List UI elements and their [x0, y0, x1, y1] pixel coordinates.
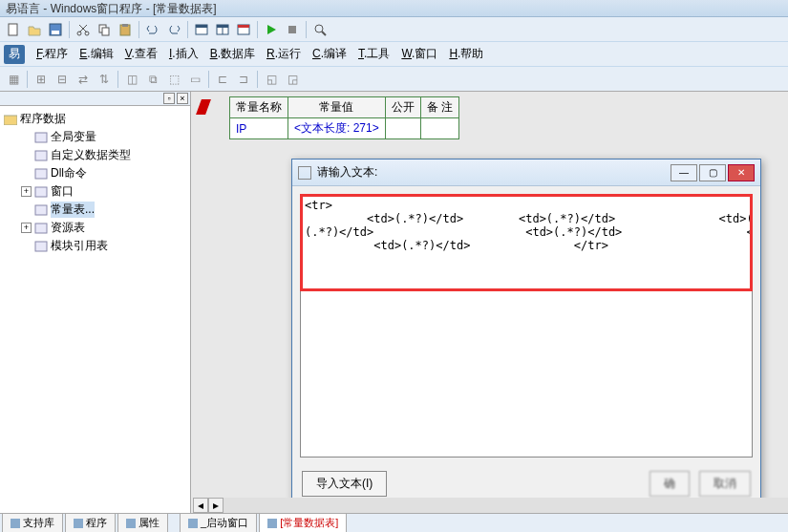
run-icon[interactable]: [262, 20, 281, 39]
dialog-maximize-button[interactable]: ▢: [699, 164, 726, 181]
tool-icon[interactable]: ⧉: [143, 70, 162, 89]
menu-item[interactable]: H.帮助: [443, 43, 489, 65]
tab-icon: [126, 519, 136, 528]
const-value-cell[interactable]: <文本长度: 271>: [288, 118, 386, 139]
menu-item[interactable]: F.程序: [31, 43, 74, 65]
new-file-icon[interactable]: [4, 20, 23, 39]
svg-rect-28: [74, 519, 83, 528]
tool-icon[interactable]: ⬚: [164, 70, 183, 89]
menu-item[interactable]: W.窗口: [395, 43, 443, 65]
tree-node-label: 常量表...: [51, 202, 95, 218]
cancel-button[interactable]: 取消: [699, 471, 751, 497]
find-icon[interactable]: [310, 20, 330, 39]
window1-icon[interactable]: [192, 20, 211, 39]
svg-rect-2: [52, 31, 59, 34]
tool-icon[interactable]: ⇅: [95, 70, 114, 89]
tool-icon[interactable]: ◱: [262, 70, 281, 89]
expand-icon[interactable]: +: [21, 223, 32, 233]
tool-icon[interactable]: ◲: [283, 70, 302, 89]
menu-item[interactable]: B.数据库: [204, 43, 261, 65]
svg-rect-19: [4, 116, 17, 125]
tab-icon: [267, 519, 277, 528]
toolbar-main: [0, 17, 788, 42]
tree-node[interactable]: 全局变量: [4, 128, 186, 146]
dialog-minimize-button[interactable]: —: [671, 164, 697, 181]
stop-icon[interactable]: [283, 20, 302, 39]
toolbar-secondary: ▦ ⊞ ⊟ ⇄ ⇅ ◫ ⧉ ⬚ ▭ ⊏ ⊐ ◱ ◲: [0, 67, 788, 92]
scroll-right-icon[interactable]: ▸: [208, 498, 224, 513]
svg-rect-12: [217, 25, 228, 28]
tool-icon[interactable]: ⊞: [32, 70, 51, 89]
document-tab[interactable]: [常量数据表]: [259, 513, 347, 532]
cut-icon[interactable]: [74, 20, 93, 39]
svg-rect-29: [126, 519, 136, 528]
constant-table-panel: 常量名称常量值公开备 注 IP<文本长度: 271>: [229, 96, 459, 139]
const-remark-cell[interactable]: [420, 118, 458, 139]
table-header: 公开: [385, 97, 420, 118]
dialog-titlebar[interactable]: 请输入文本: — ▢ ✕: [292, 160, 760, 186]
svg-rect-21: [35, 151, 47, 160]
tree-node[interactable]: 模块引用表: [4, 237, 186, 255]
svg-rect-25: [35, 223, 47, 233]
svg-rect-30: [188, 519, 198, 528]
tool-icon[interactable]: ◫: [122, 70, 141, 89]
menu-item[interactable]: T.工具: [352, 43, 395, 65]
window-titlebar: 易语言 - Windows窗口程序 - [常量数据表]: [0, 0, 788, 17]
item-icon: [34, 150, 48, 161]
menu-item[interactable]: I.插入: [163, 43, 204, 65]
folder-icon: [4, 114, 17, 125]
undo-icon[interactable]: [143, 20, 162, 39]
tool-icon[interactable]: ▭: [185, 70, 204, 89]
bottom-tab[interactable]: 属性: [117, 513, 168, 532]
save-icon[interactable]: [46, 20, 65, 39]
window3-icon[interactable]: [234, 20, 253, 39]
const-public-cell[interactable]: [385, 118, 420, 139]
document-tab[interactable]: _启动窗口: [180, 513, 257, 532]
const-name-cell[interactable]: IP: [230, 118, 288, 139]
tree-node-label: 窗口: [51, 183, 74, 200]
menu-item[interactable]: C.编译: [307, 43, 352, 65]
menu-item[interactable]: V.查看: [119, 43, 163, 65]
dialog-close-button[interactable]: ✕: [728, 164, 755, 181]
menu-item[interactable]: E.编辑: [74, 43, 118, 65]
sidebar: ▫ × 程序数据 全局变量自定义数据类型Dll命令+窗口常量表...+资源表模块…: [0, 92, 191, 514]
copy-icon[interactable]: [95, 20, 114, 39]
table-row[interactable]: IP<文本长度: 271>: [230, 118, 459, 139]
svg-rect-24: [35, 205, 47, 215]
sidebar-close-icon[interactable]: ×: [177, 93, 188, 104]
menu-item[interactable]: R.运行: [261, 43, 307, 65]
svg-rect-31: [267, 519, 277, 528]
import-text-button[interactable]: 导入文本(I): [302, 471, 387, 497]
tree-root-label: 程序数据: [20, 111, 66, 127]
tree-node[interactable]: Dll命令: [4, 164, 186, 182]
redo-icon[interactable]: [164, 20, 183, 39]
bottom-tab[interactable]: 程序: [65, 513, 116, 532]
tool-icon[interactable]: ⊟: [53, 70, 72, 89]
paste-icon[interactable]: [116, 20, 135, 39]
expand-icon[interactable]: +: [21, 186, 32, 197]
tree-node[interactable]: +窗口: [4, 182, 186, 201]
svg-rect-16: [288, 26, 296, 33]
sidebar-pin-icon[interactable]: ▫: [163, 93, 175, 104]
tree-node[interactable]: 自定义数据类型: [4, 146, 186, 164]
svg-line-18: [322, 32, 326, 35]
dialog-footer: 导入文本(I) 确 取消: [292, 465, 760, 501]
tool-icon[interactable]: ⇄: [74, 70, 93, 89]
tool-icon[interactable]: ⊏: [213, 70, 232, 89]
input-text-dialog: 请输入文本: — ▢ ✕ 导入文本(I) 确 取消: [291, 159, 761, 502]
svg-point-17: [315, 25, 323, 32]
horizontal-scrollbar[interactable]: ◂ ▸: [193, 498, 788, 513]
scroll-left-icon[interactable]: ◂: [193, 498, 208, 513]
text-input-area[interactable]: [300, 194, 753, 458]
table-header: 备 注: [420, 97, 458, 118]
tree-root[interactable]: 程序数据: [4, 110, 186, 128]
tree-node[interactable]: +资源表: [4, 219, 186, 237]
tool-icon[interactable]: ▦: [4, 70, 23, 89]
tree-node[interactable]: 常量表...: [4, 201, 186, 219]
ok-button[interactable]: 确: [650, 471, 690, 497]
tool-icon[interactable]: ⊐: [234, 70, 253, 89]
window2-icon[interactable]: [213, 20, 232, 39]
bottom-tab-bar: 支持库程序属性 _启动窗口[常量数据表]: [0, 513, 788, 532]
open-file-icon[interactable]: [25, 20, 44, 39]
bottom-tab[interactable]: 支持库: [2, 513, 63, 532]
